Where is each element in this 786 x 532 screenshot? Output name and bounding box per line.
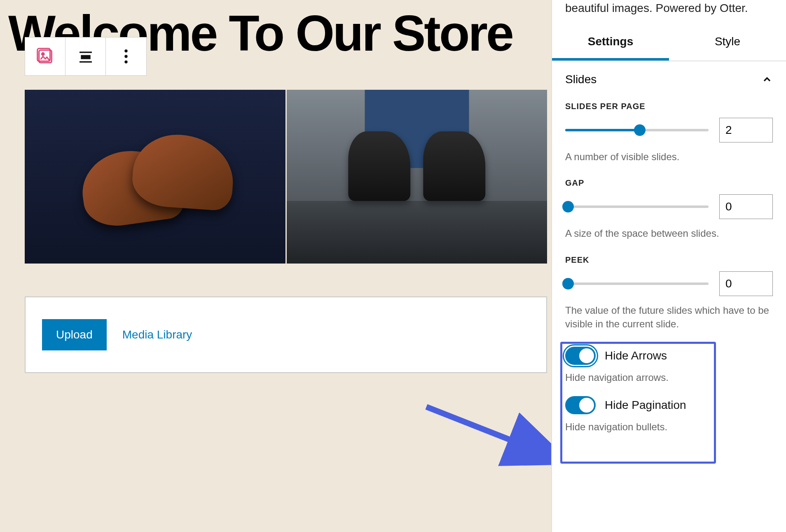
align-icon[interactable] [66,37,106,75]
sidebar-tabs: Settings Style [552,25,786,61]
slides-per-page-input[interactable] [719,118,773,142]
hide-arrows-help: Hide navigation arrows. [552,367,786,394]
slider-block-icon[interactable] [25,37,66,75]
svg-rect-3 [80,51,92,53]
gap-label: GAP [552,174,786,192]
hide-arrows-label: Hide Arrows [605,349,667,362]
svg-point-6 [124,49,127,52]
svg-point-8 [124,61,127,63]
svg-rect-4 [81,55,90,59]
gap-slider[interactable] [565,205,709,208]
block-toolbar [25,37,147,76]
gap-input[interactable] [719,194,773,219]
hide-arrows-toggle[interactable] [565,347,596,365]
hide-pagination-help: Hide navigation bullets. [552,417,786,445]
slides-panel-title: Slides [565,73,597,86]
slides-per-page-help: A number of visible slides. [552,145,786,175]
tab-settings[interactable]: Settings [552,25,669,61]
peek-label: PEEK [552,251,786,269]
slide-1 [25,90,285,264]
slide-2 [287,90,547,264]
slides-per-page-label: SLIDES PER PAGE [552,98,786,115]
editor-canvas: Welcome To Our Store Upload Media Librar… [0,0,577,532]
svg-point-7 [124,55,127,58]
tab-style[interactable]: Style [669,25,786,61]
peek-help: The value of the future slides which hav… [552,299,786,342]
svg-point-2 [42,53,44,55]
slides-per-page-slider[interactable] [565,129,709,131]
more-options-icon[interactable] [106,37,146,75]
peek-input[interactable] [719,271,773,296]
slider-preview[interactable] [25,90,547,264]
hide-pagination-toggle[interactable] [565,396,596,414]
chevron-up-icon [761,74,773,85]
hide-pagination-label: Hide Pagination [605,399,686,412]
media-library-link[interactable]: Media Library [122,328,192,341]
peek-slider[interactable] [565,282,709,285]
upload-button[interactable]: Upload [42,319,107,350]
svg-rect-5 [80,61,92,63]
inspector-sidebar: beautiful images. Powered by Otter. Sett… [551,0,786,532]
slides-panel-header[interactable]: Slides [552,61,786,98]
media-upload-panel: Upload Media Library [25,296,547,373]
block-description: beautiful images. Powered by Otter. [552,0,786,25]
gap-help: A size of the space between slides. [552,222,786,251]
